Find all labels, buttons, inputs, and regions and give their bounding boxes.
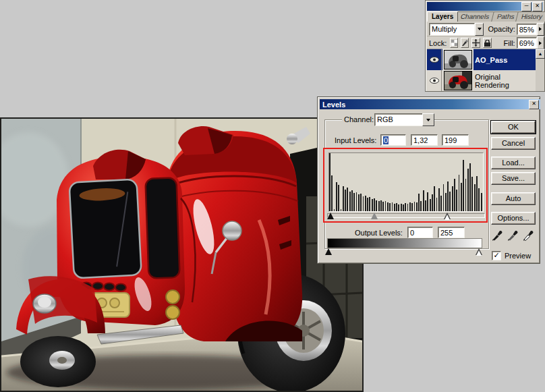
red-hotrod-render xyxy=(1,119,362,391)
output-levels-label: Output Levels: xyxy=(355,229,403,237)
cancel-button[interactable]: Cancel xyxy=(491,137,536,150)
dialog-title: Levels xyxy=(322,100,529,109)
photoshop-workspace: { "icons": { "minimize": "─", "close": "… xyxy=(0,0,545,392)
lock-all-icon[interactable] xyxy=(483,38,491,48)
input-shadow-field[interactable]: 0 xyxy=(380,134,406,146)
fill-slider-icon[interactable] xyxy=(537,36,544,49)
output-sliders-track xyxy=(327,248,481,255)
input-highlight-slider[interactable] xyxy=(444,213,451,219)
output-gradient-bar xyxy=(327,238,482,248)
input-levels-label: Input Levels: xyxy=(335,136,376,144)
lock-row: Lock: Fill: 69% xyxy=(427,36,544,49)
input-sliders-track xyxy=(327,212,484,220)
lock-move-icon[interactable] xyxy=(471,38,480,48)
input-shadow-slider[interactable] xyxy=(327,213,334,219)
levels-dialog-titlebar[interactable]: Levels ✕ xyxy=(320,99,540,109)
white-point-eyedropper-icon[interactable] xyxy=(523,229,534,241)
auto-button[interactable]: Auto xyxy=(491,192,536,205)
gray-point-eyedropper-icon[interactable] xyxy=(507,229,519,241)
layer-name: Original Rendering xyxy=(475,73,536,89)
tab-channels[interactable]: Channels xyxy=(455,11,495,22)
input-midtone-slider[interactable] xyxy=(371,213,378,219)
layer-row-original-rendering[interactable]: Original Rendering xyxy=(427,70,536,91)
windshield xyxy=(69,179,142,279)
black-point-eyedropper-icon[interactable] xyxy=(492,229,503,241)
blend-mode-select[interactable]: Multiply xyxy=(429,23,475,36)
input-highlight-field[interactable]: 199 xyxy=(442,134,469,146)
close-icon[interactable]: ✕ xyxy=(529,100,539,109)
layer-thumbnail[interactable] xyxy=(444,50,472,69)
levels-dialog: Levels ✕ Channel: RGB Input Levels: 0 1,… xyxy=(317,96,540,264)
layer-name: AO_Pass xyxy=(475,56,507,64)
tab-layers[interactable]: Layers xyxy=(427,11,458,22)
histogram-highlight-annotation xyxy=(323,148,488,223)
palette-tabs: Layers Channels Paths History xyxy=(427,11,544,22)
eyedropper-tools xyxy=(492,229,534,241)
lock-paint-icon[interactable] xyxy=(461,38,469,48)
output-shadow-field[interactable]: 0 xyxy=(407,227,433,238)
document-canvas-image[interactable] xyxy=(0,117,364,392)
layers-list: AO_Pass Original Rendering ▲ xyxy=(427,49,544,91)
fill-field[interactable]: 69% xyxy=(517,37,537,49)
lock-label: Lock: xyxy=(429,39,447,47)
opacity-field[interactable]: 85% xyxy=(517,24,537,35)
options-button[interactable]: Options... xyxy=(491,212,536,225)
input-gamma-field[interactable]: 1,32 xyxy=(411,134,438,146)
fill-label: Fill: xyxy=(504,39,515,47)
blend-row: Multiply Opacity: 85% xyxy=(427,22,544,36)
side-window xyxy=(145,177,179,279)
scroll-up-icon[interactable]: ▲ xyxy=(536,49,545,59)
channel-label: Channel: xyxy=(342,115,376,123)
lock-transparency-icon[interactable] xyxy=(450,38,458,48)
opacity-slider-icon[interactable] xyxy=(537,23,544,36)
preview-option: ✓ Preview xyxy=(492,251,531,260)
layer-row-ao-pass[interactable]: AO_Pass xyxy=(427,49,536,70)
ok-button[interactable]: OK xyxy=(491,121,536,134)
visibility-eye-icon[interactable] xyxy=(427,49,442,70)
layers-panel-titlebar[interactable]: ─ ✕ xyxy=(427,2,543,11)
close-icon[interactable]: ✕ xyxy=(532,2,542,11)
opacity-label: Opacity: xyxy=(488,25,515,33)
channel-dropdown-icon[interactable] xyxy=(422,113,434,126)
save-button[interactable]: Save... xyxy=(491,172,536,185)
layer-thumbnail[interactable] xyxy=(444,71,472,90)
layers-scrollbar[interactable]: ▲ xyxy=(536,49,544,91)
headlight xyxy=(33,294,56,313)
visibility-eye-icon[interactable] xyxy=(427,70,442,91)
channel-select[interactable]: RGB xyxy=(374,113,427,126)
load-button[interactable]: Load... xyxy=(491,157,536,169)
tab-history[interactable]: History xyxy=(515,11,545,22)
front-wheel xyxy=(20,336,96,387)
preview-checkbox[interactable]: ✓ xyxy=(492,251,501,260)
preview-label: Preview xyxy=(505,252,531,260)
layers-panel: ─ ✕ Layers Channels Paths History Multip… xyxy=(425,0,545,92)
histogram xyxy=(328,152,484,212)
output-shadow-slider[interactable] xyxy=(325,248,332,255)
output-highlight-slider[interactable] xyxy=(476,248,482,255)
output-highlight-field[interactable]: 255 xyxy=(438,227,465,238)
blend-mode-dropdown-icon[interactable] xyxy=(475,23,484,36)
minimize-icon[interactable]: ─ xyxy=(521,2,532,11)
